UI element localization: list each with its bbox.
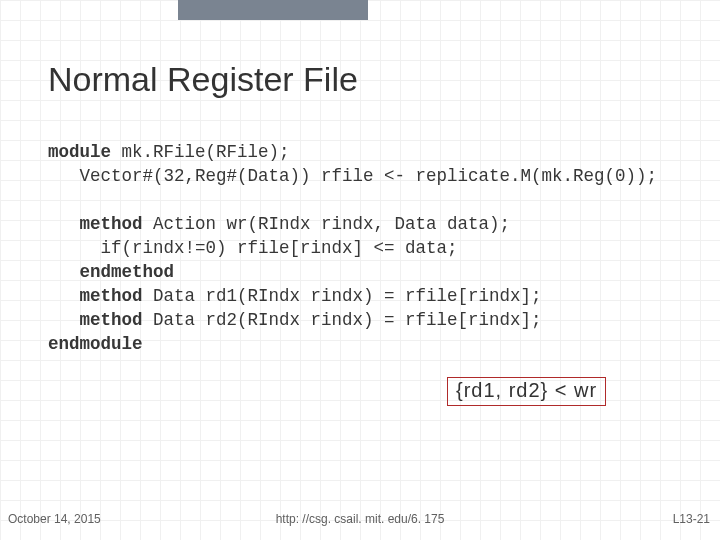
code-block: module mk.RFile(RFile); Vector#(32,Reg#(… xyxy=(48,140,657,356)
code-text: Action wr(RIndx rindx, Data data); xyxy=(143,214,511,234)
footer-slide-number: L13-21 xyxy=(673,512,710,526)
slide-title: Normal Register File xyxy=(48,60,358,99)
kw-module: module xyxy=(48,142,111,162)
kw-endmodule: endmodule xyxy=(48,334,143,354)
code-text: Vector#(32,Reg#(Data)) rfile <- replicat… xyxy=(48,166,657,186)
code-text: mk.RFile(RFile); xyxy=(111,142,290,162)
kw-endmethod: endmethod xyxy=(80,262,175,282)
code-indent xyxy=(48,286,80,306)
kw-method: method xyxy=(80,310,143,330)
top-accent-bar xyxy=(178,0,368,20)
scheduling-annotation: {rd1, rd2} < wr xyxy=(447,377,606,406)
footer-date: October 14, 2015 xyxy=(8,512,101,526)
kw-method: method xyxy=(80,286,143,306)
kw-method: method xyxy=(80,214,143,234)
code-text: if(rindx!=0) rfile[rindx] <= data; xyxy=(48,238,458,258)
code-indent xyxy=(48,310,80,330)
code-indent xyxy=(48,262,80,282)
code-text: Data rd2(RIndx rindx) = rfile[rindx]; xyxy=(143,310,542,330)
code-text: Data rd1(RIndx rindx) = rfile[rindx]; xyxy=(143,286,542,306)
footer-url: http: //csg. csail. mit. edu/6. 175 xyxy=(276,512,445,526)
code-indent xyxy=(48,214,80,234)
